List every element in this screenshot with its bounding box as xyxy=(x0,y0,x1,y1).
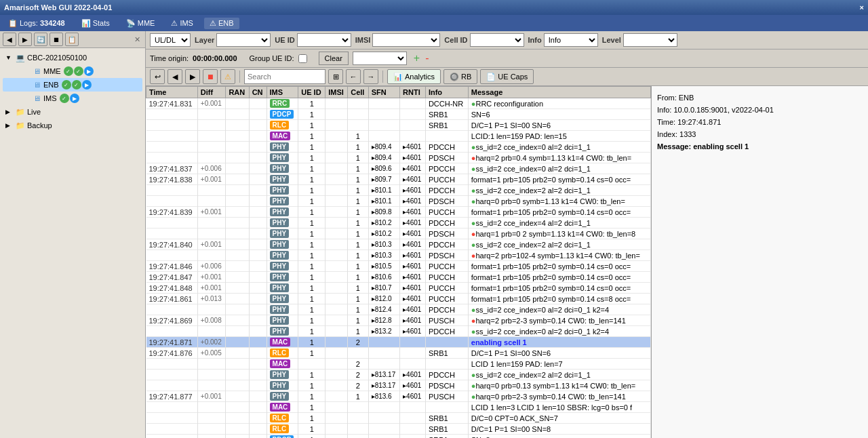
mme-menu-item[interactable]: 📡 MME xyxy=(121,18,161,29)
ims-action-2[interactable]: ▶ xyxy=(70,94,79,103)
table-row[interactable]: PHY 1 1 ▸809.4 ▸4601 PDSCH ●harq=2 prb=0… xyxy=(146,153,651,163)
layer-select[interactable] xyxy=(216,33,271,47)
level-select[interactable] xyxy=(623,33,677,47)
cell-rnti: ▸4601 xyxy=(400,250,426,261)
mme-action-2[interactable]: ✓ xyxy=(74,66,83,76)
enb-action-3[interactable]: ▶ xyxy=(82,80,92,89)
cellid-select[interactable] xyxy=(470,33,524,47)
toolbar-refresh-button[interactable]: ↩ xyxy=(150,69,165,84)
cell-message: ●harq=0 prb=0 symb=1.13 k1=4 CW0: tb_len… xyxy=(468,196,650,207)
cell-cell: 1 xyxy=(348,196,368,207)
tree-node-cbc[interactable]: ▼ 💻 CBC-2021050100 xyxy=(3,51,142,64)
table-row[interactable]: PHY 1 1 ▸810.2 ▸4601 PDCCH ●ss_id=2 cce_… xyxy=(146,218,651,228)
table-row[interactable]: 19:27:41.837 +0.006 PHY 1 1 ▸809.6 ▸4601… xyxy=(146,163,651,174)
uldl-select[interactable]: UL/DL xyxy=(150,33,191,47)
toolbar-warning-button[interactable]: ⚠ xyxy=(220,69,235,84)
cell-time: 19:27:41.871 xyxy=(146,337,198,348)
cell-rnti xyxy=(400,131,426,142)
table-row[interactable]: 19:27:41.847 +0.001 PHY 1 1 ▸810.6 ▸4601… xyxy=(146,272,651,283)
info-select[interactable]: Info xyxy=(544,33,598,47)
table-row[interactable]: 19:27:41.861 +0.013 PHY 1 1 ▸812.0 ▸4601… xyxy=(146,294,651,304)
copy-button[interactable]: 📋 xyxy=(65,33,79,46)
imsi-select[interactable] xyxy=(372,33,440,47)
table-row[interactable]: 19:27:41.869 +0.008 PHY 1 1 ▸812.8 ▸4601… xyxy=(146,315,651,326)
table-row[interactable]: MAC 2 LCID 1 len=159 PAD: len=7 xyxy=(146,359,651,370)
clear-button[interactable]: Clear xyxy=(319,52,349,65)
toolbar-stop-button[interactable]: ⏹ xyxy=(203,69,218,84)
sidebar-close-button[interactable]: ✕ xyxy=(132,34,142,45)
toolbar-grid-button[interactable]: ⊞ xyxy=(328,69,343,84)
nav-back-button[interactable]: ◀ xyxy=(3,33,16,46)
add-filter-button[interactable]: + xyxy=(414,52,420,64)
cell-sfn: ▸810.6 xyxy=(368,272,399,283)
table-row[interactable]: 19:27:41.876 +0.005 RLC 1 SRB1 D/C=1 P=1… xyxy=(146,348,651,359)
cell-time: 19:27:41.848 xyxy=(146,283,198,294)
analytics-button[interactable]: 📊 Analytics xyxy=(387,69,441,84)
tree-node-enb[interactable]: 🖥 ENB ✓ ✓ ▶ xyxy=(3,78,142,92)
mme-action-3[interactable]: ▶ xyxy=(84,66,94,76)
table-row[interactable]: PHY 1 2 ▸813.17 ▸4601 PDSCH ●harq=0 prb=… xyxy=(146,380,651,391)
toolbar-forward-button[interactable]: ▶ xyxy=(185,69,200,84)
table-row[interactable]: 19:27:41.831 +0.001 RRC 1 DCCH-NR ●RRC r… xyxy=(146,98,651,109)
mme-action-1[interactable]: ✓ xyxy=(64,66,73,76)
cell-cn xyxy=(249,370,267,380)
uecaps-button[interactable]: 📄 UE Caps xyxy=(480,69,534,84)
table-row[interactable]: 19:27:41.871 +0.002 MAC 1 2 enabling sce… xyxy=(146,337,651,348)
cell-ims: PHY xyxy=(267,380,298,391)
close-button[interactable]: × xyxy=(860,3,864,12)
table-row[interactable]: 19:27:41.877 +0.001 PHY 1 1 ▸813.6 ▸4601… xyxy=(146,391,651,402)
tree-node-ims[interactable]: 🖥 IMS ✓ ▶ xyxy=(3,92,142,105)
ims-action-1[interactable]: ✓ xyxy=(60,94,69,103)
ueid-select[interactable] xyxy=(297,33,351,47)
group-ue-checkbox[interactable] xyxy=(298,54,307,63)
stop-button[interactable]: ⏹ xyxy=(50,33,63,46)
table-row[interactable]: PHY 1 1 ▸809.4 ▸4601 PDCCH ●ss_id=2 cce_… xyxy=(146,142,651,153)
table-row[interactable]: PHY 1 1 ▸813.2 ▸4601 PDCCH ●ss_id=2 cce_… xyxy=(146,326,651,337)
refresh-button[interactable]: 🔄 xyxy=(34,33,47,46)
enb-menu-item[interactable]: ⚠ ENB xyxy=(204,18,239,29)
stats-menu-item[interactable]: 📊 Stats xyxy=(76,18,115,29)
table-row[interactable]: MAC 1 LCID 1 len=3 LCID 1 len=10 SBSR: l… xyxy=(146,402,651,413)
logs-menu-item[interactable]: 📋 Logs: 334248 xyxy=(3,18,71,29)
table-row[interactable]: PHY 1 1 ▸812.4 ▸4601 PDCCH ●ss_id=2 cce_… xyxy=(146,304,651,315)
tree-node-live[interactable]: ▶ 📁 Live xyxy=(3,105,142,119)
ims-menu-item[interactable]: ⚠ IMS xyxy=(165,18,199,29)
table-row[interactable]: 19:27:41.838 +0.001 PHY 1 1 ▸809.7 ▸4601… xyxy=(146,174,651,185)
toolbar-arrow-left-button[interactable]: ← xyxy=(346,69,361,84)
enb-action-2[interactable]: ✓ xyxy=(72,80,81,89)
extra-filter-dropdown[interactable] xyxy=(353,52,407,65)
table-row[interactable]: RLC 1 SRB1 D/C=0 CPT=0 ACK_SN=7 xyxy=(146,413,651,424)
cell-ran xyxy=(226,250,249,261)
table-row[interactable]: PHY 1 1 ▸810.2 ▸4601 PDSCH ●harq=1 prb=0… xyxy=(146,228,651,239)
cell-ueid: 1 xyxy=(298,142,326,153)
cell-cell: 1 xyxy=(348,185,368,196)
cell-time: 19:27:41.876 xyxy=(146,348,198,359)
toolbar-arrow-right-button[interactable]: → xyxy=(363,69,378,84)
remove-filter-button[interactable]: - xyxy=(425,52,429,64)
nav-forward-button[interactable]: ▶ xyxy=(18,33,32,46)
cell-ueid: 1 xyxy=(298,109,326,120)
table-row[interactable]: MAC 1 1 LCID:1 len=159 PAD: len=15 xyxy=(146,131,651,142)
table-row[interactable]: 19:27:41.848 +0.001 PHY 1 1 ▸810.7 ▸4601… xyxy=(146,283,651,294)
enb-action-1[interactable]: ✓ xyxy=(62,80,71,89)
table-row[interactable]: PHY 1 1 ▸810.3 ▸4601 PDSCH ●harq=2 prb=1… xyxy=(146,250,651,261)
table-row[interactable]: PHY 1 1 ▸810.1 ▸4601 PDSCH ●harq=0 prb=0… xyxy=(146,196,651,207)
log-table-area[interactable]: Time Diff RAN CN IMS UE ID IMSI Cell SFN… xyxy=(146,86,651,438)
search-input[interactable] xyxy=(244,69,326,84)
table-row[interactable]: RLC 1 SRB1 D/C=1 P=1 SI=00 SN=8 xyxy=(146,424,651,435)
cell-message: ●harq=2 prb=102-4 symb=1.13 k1=4 CW0: tb… xyxy=(468,250,650,261)
table-row[interactable]: 19:27:41.846 +0.006 PHY 1 1 ▸810.5 ▸4601… xyxy=(146,261,651,272)
cell-cell xyxy=(348,413,368,424)
table-row[interactable]: PHY 1 2 ▸813.17 ▸4601 PDCCH ●ss_id=2 cce… xyxy=(146,370,651,380)
toolbar-back-button[interactable]: ◀ xyxy=(167,69,182,84)
table-row[interactable]: PDCP 1 SRB1 SN=8 xyxy=(146,435,651,439)
table-row[interactable]: 19:27:41.840 +0.001 PHY 1 1 ▸810.3 ▸4601… xyxy=(146,239,651,250)
rb-button[interactable]: 🔘 RB xyxy=(443,69,477,84)
table-row[interactable]: PHY 1 1 ▸810.1 ▸4601 PDCCH ●ss_id=2 cce_… xyxy=(146,185,651,196)
table-row[interactable]: 19:27:41.839 +0.001 PHY 1 1 ▸809.8 ▸4601… xyxy=(146,207,651,218)
tree-node-mme[interactable]: 🖥 MME ✓ ✓ ▶ xyxy=(3,64,142,78)
table-row[interactable]: PDCP 1 SRB1 SN=6 xyxy=(146,109,651,120)
table-row[interactable]: RLC 1 SRB1 D/C=1 P=1 SI=00 SN=6 xyxy=(146,120,651,131)
tree-node-backup[interactable]: ▶ 📁 Backup xyxy=(3,119,142,132)
col-info: Info xyxy=(425,87,468,98)
